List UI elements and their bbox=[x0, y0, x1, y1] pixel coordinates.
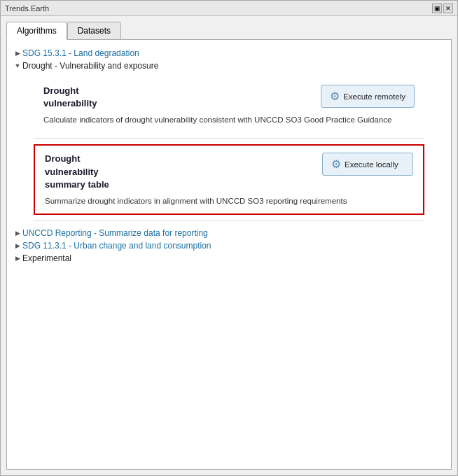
close-button[interactable]: ✕ bbox=[443, 4, 453, 13]
tree-bottom-items: ▶ UNCCD Reporting - Summarize data for r… bbox=[13, 227, 445, 265]
execute-locally-button[interactable]: ⚙ Execute locally bbox=[322, 153, 413, 176]
execute-locally-label: Execute locally bbox=[345, 160, 398, 169]
card-drought-summary: Droughtvulnerabilitysummary table ⚙ Exec… bbox=[34, 144, 424, 215]
window-controls: ▣ ✕ bbox=[432, 4, 453, 13]
titlebar: Trends.Earth ▣ ✕ bbox=[1, 1, 457, 16]
tab-bar: Algorithms Datasets bbox=[6, 22, 452, 40]
arrow-icon-sdg11: ▶ bbox=[13, 242, 22, 249]
tab-algorithms[interactable]: Algorithms bbox=[6, 22, 67, 40]
card-title-1: Droughtvulnerability bbox=[43, 85, 97, 110]
card-desc-2: Summarize drought indicators in alignmen… bbox=[45, 195, 413, 206]
tree-label-drought: Drought - Vulnerability and exposure bbox=[22, 61, 158, 71]
tree-label-sdg15: SDG 15.3.1 - Land degradation bbox=[22, 48, 139, 58]
card-header-2: Droughtvulnerabilitysummary table ⚙ Exec… bbox=[45, 153, 413, 191]
tab-datasets[interactable]: Datasets bbox=[67, 22, 121, 40]
gear-icon-2: ⚙ bbox=[331, 158, 341, 171]
tree-item-sdg15[interactable]: ▶ SDG 15.3.1 - Land degradation bbox=[13, 47, 445, 59]
gear-icon-1: ⚙ bbox=[330, 90, 340, 103]
tree-item-unccd[interactable]: ▶ UNCCD Reporting - Summarize data for r… bbox=[13, 227, 445, 239]
card-desc-1: Calculate indicators of drought vulnerab… bbox=[43, 114, 415, 125]
execute-remotely-button[interactable]: ⚙ Execute remotely bbox=[321, 85, 415, 108]
tree-label-experimental: Experimental bbox=[22, 253, 71, 263]
card-title-2: Droughtvulnerabilitysummary table bbox=[45, 153, 109, 191]
main-window: Trends.Earth ▣ ✕ Algorithms Datasets ▶ S… bbox=[0, 0, 458, 476]
tree-item-drought[interactable]: ▼ Drought - Vulnerability and exposure bbox=[13, 59, 445, 72]
arrow-icon-experimental: ▶ bbox=[13, 255, 22, 262]
divider-1 bbox=[34, 138, 424, 139]
tree-item-experimental[interactable]: ▶ Experimental bbox=[13, 252, 445, 265]
restore-button[interactable]: ▣ bbox=[432, 4, 442, 13]
algorithms-panel: ▶ SDG 15.3.1 - Land degradation ▼ Drough… bbox=[6, 40, 452, 470]
tree-label-sdg11: SDG 11.3.1 - Urban change and land consu… bbox=[22, 241, 211, 251]
arrow-icon-drought: ▼ bbox=[13, 62, 22, 69]
tree-top-items: ▶ SDG 15.3.1 - Land degradation ▼ Drough… bbox=[13, 47, 445, 72]
card-header-1: Droughtvulnerability ⚙ Execute remotely bbox=[43, 85, 415, 110]
tree-item-sdg11[interactable]: ▶ SDG 11.3.1 - Urban change and land con… bbox=[13, 239, 445, 252]
arrow-icon-sdg15: ▶ bbox=[13, 50, 22, 57]
tree-label-unccd: UNCCD Reporting - Summarize data for rep… bbox=[22, 228, 208, 238]
card-drought-vulnerability: Droughtvulnerability ⚙ Execute remotely … bbox=[34, 78, 424, 132]
window-title: Trends.Earth bbox=[5, 4, 49, 13]
arrow-icon-unccd: ▶ bbox=[13, 230, 22, 237]
execute-remotely-label: Execute remotely bbox=[343, 92, 405, 101]
divider-2 bbox=[34, 220, 424, 221]
main-content: Algorithms Datasets ▶ SDG 15.3.1 - Land … bbox=[1, 16, 457, 475]
